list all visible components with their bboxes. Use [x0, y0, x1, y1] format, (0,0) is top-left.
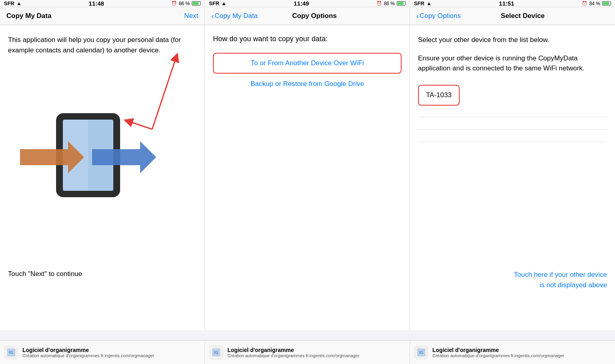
svg-text:IG: IG: [9, 350, 14, 355]
panel-2: How do you want to copy your data: To or…: [205, 25, 410, 330]
device-svg: [20, 105, 156, 209]
ad-icon-3: IG: [414, 345, 428, 360]
carrier-label-3: SFR: [414, 0, 424, 6]
carrier-label-1: SFR: [4, 0, 14, 6]
ad-text-1: Logiciel d'organigramme Création automat…: [22, 347, 154, 358]
nav-bar-2: ‹ Copy My Data Copy Options: [205, 7, 410, 25]
divider-3: [418, 142, 607, 142]
ad-subtitle-1: Création automatique d'organigrammes fr.…: [22, 353, 154, 358]
ad-icon-2: IG: [209, 345, 223, 360]
back-button-2[interactable]: ‹ Copy My Data: [211, 12, 258, 20]
ensure-text: Ensure your other device is running the …: [418, 53, 607, 74]
select-description: Select your other device from the list b…: [418, 35, 607, 45]
alarm-icon-3: ⏰: [582, 1, 587, 6]
wifi-icon-3: ▲: [426, 0, 432, 6]
status-bar-3: SFR ▲ 11:51 ⏰ 84 %: [410, 0, 615, 7]
nav-title-2: Copy Options: [292, 12, 337, 20]
copy-question-text: How do you want to copy your data:: [213, 35, 402, 43]
divider-2: [418, 129, 607, 130]
battery-icon-1: [192, 1, 201, 6]
wifi-option-button[interactable]: To or From Another Device Over WiFi: [213, 53, 402, 74]
ad-subtitle-2: Création automatique d'organigrammes fr.…: [227, 353, 359, 358]
panel-1: This application will help you copy your…: [0, 25, 205, 330]
back-label-3: Copy Options: [420, 12, 461, 20]
ad-item-1[interactable]: IG Logiciel d'organigramme Création auto…: [0, 340, 205, 364]
nav-bar-1: Copy My Data Next: [0, 7, 205, 25]
time-2: 11:49: [294, 0, 309, 7]
ad-subtitle-3: Création automatique d'organigrammes fr.…: [432, 353, 564, 358]
next-button[interactable]: Next: [184, 12, 198, 20]
touch-here-link[interactable]: Touch here if your other device is not d…: [514, 270, 607, 290]
divider-1: [418, 117, 607, 117]
ad-title-3: Logiciel d'organigramme: [432, 347, 564, 353]
device-illustration: [20, 105, 156, 209]
chevron-left-icon-3: ‹: [416, 12, 419, 20]
wifi-icon-1: ▲: [16, 0, 22, 6]
battery-pct-2: 86 %: [384, 1, 395, 6]
app-description: This application will help you copy your…: [8, 35, 197, 55]
ad-title-2: Logiciel d'organigramme: [227, 347, 359, 353]
alarm-icon-1: ⏰: [171, 1, 177, 6]
carrier-label-2: SFR: [209, 0, 219, 6]
nav-bars-row: Copy My Data Next ‹ Copy My Data Copy Op…: [0, 7, 615, 25]
device-item-ta1033[interactable]: TA-1033: [418, 85, 460, 106]
battery-pct-1: 86 %: [179, 1, 190, 6]
ad-text-2: Logiciel d'organigramme Création automat…: [227, 347, 359, 358]
drive-option-link[interactable]: Backup or Restore from Google Drive: [213, 80, 402, 88]
ad-item-2[interactable]: IG Logiciel d'organigramme Création auto…: [205, 340, 410, 364]
battery-icon-2: [397, 1, 406, 6]
time-1: 11:48: [89, 0, 104, 7]
nav-bar-3: ‹ Copy Options Select Device: [410, 7, 615, 25]
nav-title-3: Select Device: [501, 12, 545, 20]
chevron-left-icon-2: ‹: [211, 12, 214, 20]
ad-bars: IG Logiciel d'organigramme Création auto…: [0, 340, 615, 364]
nav-title-1: Copy My Data: [6, 12, 51, 20]
battery-icon-3: [602, 1, 611, 6]
alarm-icon-2: ⏰: [376, 1, 382, 6]
panels-container: This application will help you copy your…: [0, 25, 615, 330]
status-bar-2: SFR ▲ 11:49 ⏰ 86 %: [205, 0, 410, 7]
touch-next-text: Touch "Next" to continue: [8, 270, 82, 278]
svg-text:IG: IG: [214, 350, 219, 355]
ad-title-1: Logiciel d'organigramme: [22, 347, 154, 353]
status-bar-1: SFR ▲ 11:48 ⏰ 86 %: [0, 0, 205, 7]
panel-3: Select your other device from the list b…: [410, 25, 615, 330]
wifi-icon-2: ▲: [221, 0, 227, 6]
ad-item-3[interactable]: IG Logiciel d'organigramme Création auto…: [410, 340, 615, 364]
back-label-2: Copy My Data: [215, 12, 258, 20]
ad-text-3: Logiciel d'organigramme Création automat…: [432, 347, 564, 358]
battery-pct-3: 84 %: [589, 1, 600, 6]
time-3: 11:51: [499, 0, 514, 7]
ad-icon-1: IG: [4, 345, 18, 360]
back-button-3[interactable]: ‹ Copy Options: [416, 12, 461, 20]
svg-text:IG: IG: [419, 350, 424, 355]
